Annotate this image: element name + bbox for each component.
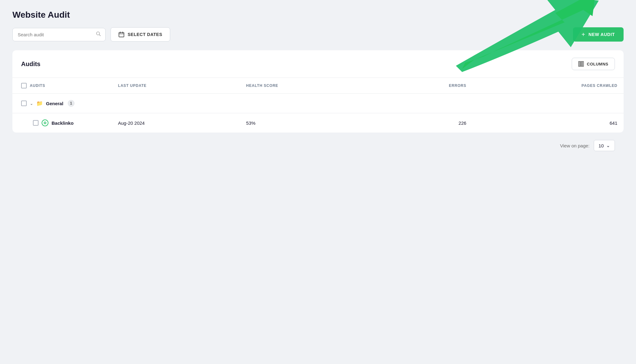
group-count-badge: 1 xyxy=(68,100,75,107)
audit-status-icon xyxy=(42,119,48,126)
view-on-page-label: View on page: xyxy=(560,143,590,148)
table-row: Backlinko Aug-20 2024 53% 226 641 xyxy=(12,113,624,133)
columns-label: COLUMNS xyxy=(587,62,608,66)
table-header: AUDITS LAST UPDATE HEALTH SCORE ERRORS P… xyxy=(12,78,624,94)
calendar-icon xyxy=(118,31,125,38)
search-icon xyxy=(96,31,101,38)
svg-rect-8 xyxy=(579,61,580,66)
th-audits-label: AUDITS xyxy=(30,83,45,88)
item-health-score: 53% xyxy=(240,113,379,133)
audits-title: Audits xyxy=(21,61,40,68)
plus-icon: + xyxy=(582,31,585,38)
new-audit-button[interactable]: + NEW AUDIT xyxy=(573,27,624,42)
page-title: Website Audit xyxy=(12,10,624,20)
group-cell: ⌄ 📁 General 1 xyxy=(12,94,112,113)
chevron-down-icon[interactable]: ⌄ xyxy=(30,101,33,106)
columns-icon xyxy=(578,61,584,67)
folder-icon: 📁 xyxy=(36,100,43,107)
item-cell: Backlinko xyxy=(12,113,112,133)
th-audits: AUDITS xyxy=(12,78,112,94)
svg-rect-2 xyxy=(119,33,124,37)
group-name: General xyxy=(46,101,63,106)
th-errors: ERRORS xyxy=(379,78,473,94)
group-checkbox[interactable] xyxy=(21,101,27,106)
item-errors: 226 xyxy=(379,113,473,133)
select-all-checkbox[interactable] xyxy=(21,83,27,88)
select-dates-label: SELECT DATES xyxy=(128,32,162,37)
group-health-score xyxy=(240,94,379,113)
item-checkbox[interactable] xyxy=(33,120,39,126)
audits-header: Audits COLUMNS xyxy=(12,50,624,78)
new-audit-label: NEW AUDIT xyxy=(588,32,615,37)
select-dates-button[interactable]: SELECT DATES xyxy=(111,27,170,42)
group-last-update xyxy=(112,94,240,113)
table-wrapper: AUDITS LAST UPDATE HEALTH SCORE ERRORS P… xyxy=(12,78,624,133)
search-wrapper xyxy=(12,28,106,41)
audits-card: Audits COLUMNS AUDITS xyxy=(12,50,624,133)
per-page-value: 10 xyxy=(598,143,604,148)
columns-button[interactable]: COLUMNS xyxy=(572,58,615,70)
search-input[interactable] xyxy=(12,28,106,41)
audits-table: AUDITS LAST UPDATE HEALTH SCORE ERRORS P… xyxy=(12,78,624,133)
table-row: ⌄ 📁 General 1 xyxy=(12,94,624,113)
footer: View on page: 10 ⌄ xyxy=(12,133,624,159)
th-health-score: HEALTH SCORE xyxy=(240,78,379,94)
th-last-update: LAST UPDATE xyxy=(112,78,240,94)
toolbar: SELECT DATES + NEW AUDIT xyxy=(12,27,624,42)
group-errors xyxy=(379,94,473,113)
th-pages-crawled: PAGES CRAWLED xyxy=(473,78,624,94)
audit-name: Backlinko xyxy=(52,120,74,126)
svg-rect-10 xyxy=(582,61,584,66)
item-last-update: Aug-20 2024 xyxy=(112,113,240,133)
table-body: ⌄ 📁 General 1 xyxy=(12,94,624,133)
per-page-chevron-icon: ⌄ xyxy=(606,143,610,148)
svg-rect-9 xyxy=(580,61,582,66)
per-page-select[interactable]: 10 ⌄ xyxy=(594,140,615,151)
svg-line-1 xyxy=(99,34,100,36)
group-pages-crawled xyxy=(473,94,624,113)
item-pages-crawled: 641 xyxy=(473,113,624,133)
